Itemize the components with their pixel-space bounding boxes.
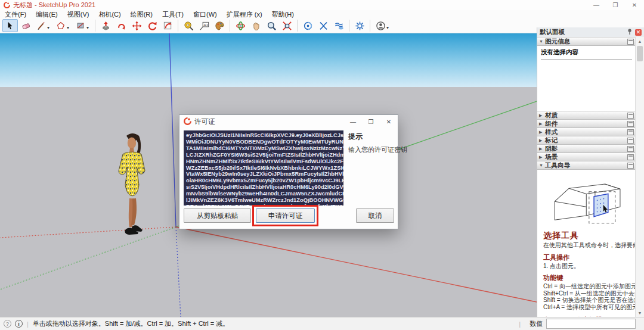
- zoom-extents-tool-icon[interactable]: [279, 19, 295, 32]
- tape-measure-tool-icon[interactable]: [181, 19, 196, 32]
- section-label: 标记: [545, 136, 558, 145]
- sketchup-logo-icon: [4, 2, 10, 8]
- license-dialog-titlebar: 许可证 — ❐ ✕: [179, 115, 398, 128]
- scrollbar-down-icon[interactable]: ▼: [636, 309, 644, 317]
- follow-me-tool-icon[interactable]: [113, 19, 129, 32]
- expand-arrow-icon: ▶: [539, 130, 545, 135]
- menu-draw[interactable]: 绘图(R): [126, 10, 157, 19]
- tray-header: 默认面板 ✕: [537, 27, 644, 38]
- instructor-house-illustration: [543, 171, 633, 228]
- geolocation-status-icon[interactable]: ?: [4, 320, 11, 328]
- section-label: 场景: [545, 153, 558, 161]
- no-selection-text: 没有选择内容: [541, 48, 632, 57]
- offset-tool-icon[interactable]: [160, 19, 175, 32]
- extension-wrap-icon[interactable]: [300, 19, 315, 32]
- instructor-key-line: Shift+Ctrl = 从一组选定的图元中去掉某个: [543, 290, 636, 297]
- orbit-tool-icon[interactable]: [233, 19, 248, 32]
- tray-close-button[interactable]: ✕: [635, 29, 642, 36]
- window-close-button[interactable]: ✕: [625, 0, 644, 10]
- menu-window[interactable]: 窗口(W): [188, 10, 222, 19]
- detach-window-icon[interactable]: [627, 113, 634, 119]
- detach-window-icon[interactable]: [627, 163, 634, 169]
- license-key-textarea[interactable]: eyJhbGciOiJSUzI1NiIsInR5cCI6IkpXVCJ9.eyJ…: [184, 130, 343, 206]
- collapse-arrow-icon: ▼: [539, 163, 545, 167]
- measurements-label: 数值: [530, 319, 543, 328]
- paint-bucket-tool-icon[interactable]: [212, 19, 227, 32]
- dialog-minimize-button[interactable]: —: [344, 115, 362, 128]
- menu-file[interactable]: 文件(F): [0, 10, 31, 19]
- section-styles[interactable]: ▶ 样式: [537, 128, 636, 136]
- sky: [0, 33, 537, 87]
- section-materials[interactable]: ▶ 材质: [537, 111, 636, 120]
- shapes-tool-icon[interactable]: [53, 19, 69, 32]
- scrollbar-up-icon[interactable]: ▲: [636, 37, 644, 45]
- status-divider: |: [27, 320, 29, 328]
- license-hint: 提示 输入您的许可证密钥: [348, 132, 396, 154]
- section-entity-info[interactable]: ▼ 图元信息: [537, 38, 636, 46]
- credits-info-icon[interactable]: i: [15, 320, 23, 328]
- tray-title: 默认面板: [540, 28, 565, 36]
- hint-title: 提示: [348, 132, 396, 142]
- window-maximize-button[interactable]: ❐: [606, 0, 625, 10]
- eraser-tool-icon[interactable]: [18, 19, 33, 32]
- section-label: 工具向导: [545, 161, 570, 170]
- menu-tools[interactable]: 工具(T): [157, 10, 188, 19]
- panel-scrollbar[interactable]: ▲ ▼: [635, 37, 644, 317]
- section-scenes[interactable]: ▶ 场景: [537, 153, 636, 161]
- menu-help[interactable]: 帮助(H): [267, 10, 299, 19]
- section-label: 组件: [545, 120, 558, 128]
- detach-window-icon[interactable]: [627, 146, 634, 152]
- detach-window-icon[interactable]: [627, 154, 634, 160]
- dialog-maximize-button[interactable]: ❐: [362, 115, 380, 128]
- detach-window-icon[interactable]: [627, 121, 634, 127]
- toolbar-separator: [349, 20, 349, 32]
- menu-camera[interactable]: 相机(C): [94, 10, 125, 19]
- push-pull-tool-icon[interactable]: [98, 19, 113, 32]
- pin-icon[interactable]: [627, 29, 633, 36]
- section-shadows[interactable]: ▶ 阴影: [537, 145, 636, 153]
- menu-extensions[interactable]: 扩展程序 (x): [222, 10, 267, 19]
- section-instructor[interactable]: ▼ 工具向导: [537, 161, 636, 170]
- paste-from-clipboard-button[interactable]: 从剪贴板粘贴: [184, 208, 251, 223]
- expand-arrow-icon: ▶: [539, 155, 545, 160]
- extension-terrain-icon[interactable]: [331, 19, 346, 32]
- sign-in-account-icon[interactable]: [373, 19, 388, 32]
- menu-view[interactable]: 视图(V): [63, 10, 94, 19]
- cancel-button[interactable]: 取消: [356, 208, 394, 223]
- svg-text:A1: A1: [203, 22, 208, 26]
- sketchup-logo-icon: [184, 117, 191, 126]
- move-tool-icon[interactable]: [129, 19, 144, 32]
- toolbar-separator: [178, 20, 178, 32]
- instructor-key-line: Ctrl = 向一组选定的图元中添加图元: [543, 283, 636, 290]
- select-tool-icon[interactable]: [2, 19, 18, 32]
- apply-license-button[interactable]: 申请许可证: [256, 208, 315, 223]
- instructor-keys-title: 功能键: [543, 273, 636, 282]
- extension-gear-icon[interactable]: [352, 19, 367, 32]
- expand-arrow-icon: ▶: [539, 138, 545, 143]
- zoom-tool-icon[interactable]: [264, 19, 279, 32]
- extension-curve-icon[interactable]: [315, 19, 331, 32]
- license-dialog: 许可证 — ❐ ✕ eyJhbGciOiJSUzI1NiIsInR5cCI6Ik…: [179, 114, 398, 229]
- text-tool-icon[interactable]: A1: [196, 19, 212, 32]
- section-tags[interactable]: ▶ 标记: [537, 136, 636, 145]
- instructor-description: 在使用其他工具或命令时，选择要修改的图元: [543, 242, 636, 249]
- measurements-input[interactable]: [546, 319, 636, 329]
- detach-window-icon[interactable]: [627, 39, 634, 45]
- detach-window-icon[interactable]: [627, 138, 634, 144]
- pan-tool-icon[interactable]: [248, 19, 264, 32]
- toolbar-separator: [370, 20, 370, 32]
- dialog-close-button[interactable]: ✕: [380, 115, 398, 128]
- line-tool-icon[interactable]: [33, 19, 49, 32]
- default-tray-panel: 默认面板 ✕ ▼ 图元信息 没有选择内容 ▶ 材质 ▶ 组件 ▶ 样式 ▶ 标记…: [537, 27, 644, 317]
- title-bar: 无标题 - SketchUp Pro 2021 — ❐ ✕: [0, 0, 644, 10]
- scrollbar-thumb[interactable]: [637, 46, 643, 61]
- instructor-heading: 选择工具: [543, 231, 636, 241]
- detach-window-icon[interactable]: [627, 129, 634, 135]
- section-components[interactable]: ▶ 组件: [537, 120, 636, 128]
- section-label: 阴影: [545, 145, 558, 153]
- rectangle-tool-icon[interactable]: [73, 19, 88, 32]
- window-minimize-button[interactable]: —: [587, 0, 606, 10]
- expand-arrow-icon: ▶: [539, 122, 545, 126]
- menu-edit[interactable]: 编辑(E): [31, 10, 63, 19]
- rotate-tool-icon[interactable]: [144, 19, 160, 32]
